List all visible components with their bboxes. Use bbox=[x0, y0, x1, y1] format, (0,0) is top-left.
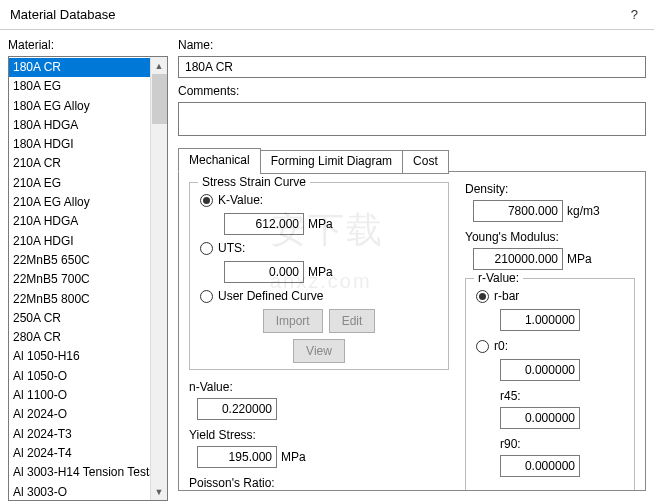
import-button[interactable]: Import bbox=[263, 309, 323, 333]
material-item[interactable]: 280A CR bbox=[9, 328, 150, 347]
material-item[interactable]: 210A EG Alloy bbox=[9, 193, 150, 212]
scrollbar[interactable]: ▲ ▼ bbox=[150, 57, 167, 500]
material-item[interactable]: Al 1100-O bbox=[9, 386, 150, 405]
uts-unit: MPa bbox=[308, 265, 333, 279]
material-item[interactable]: Al 2024-T3 bbox=[9, 425, 150, 444]
material-item[interactable]: Al 3003-H14 Tension Tests bbox=[9, 463, 150, 482]
kvalue-input[interactable] bbox=[224, 213, 304, 235]
kvalue-label: K-Value: bbox=[218, 193, 263, 207]
material-item[interactable]: 210A CR bbox=[9, 154, 150, 173]
material-item[interactable]: 180A HDGA bbox=[9, 116, 150, 135]
kvalue-unit: MPa bbox=[308, 217, 333, 231]
radio-r0[interactable] bbox=[476, 340, 489, 353]
radio-kvalue[interactable] bbox=[200, 194, 213, 207]
yield-label: Yield Stress: bbox=[189, 428, 449, 442]
r45-label: r45: bbox=[500, 389, 624, 403]
material-item[interactable]: 180A CR bbox=[9, 58, 150, 77]
material-item[interactable]: Al 1050-O bbox=[9, 367, 150, 386]
yield-unit: MPa bbox=[281, 450, 306, 464]
user-curve-label: User Defined Curve bbox=[218, 289, 323, 303]
tab-cost[interactable]: Cost bbox=[402, 150, 449, 174]
material-listbox[interactable]: 180A CR180A EG180A EG Alloy180A HDGA180A… bbox=[8, 56, 168, 501]
stress-strain-title: Stress Strain Curve bbox=[198, 175, 310, 189]
material-item[interactable]: Al 2024-O bbox=[9, 405, 150, 424]
titlebar: Material Database ? bbox=[0, 0, 654, 30]
scroll-down-button[interactable]: ▼ bbox=[151, 483, 167, 500]
scroll-up-button[interactable]: ▲ bbox=[151, 57, 167, 74]
rbar-label: r-bar bbox=[494, 289, 519, 303]
view-button[interactable]: View bbox=[293, 339, 345, 363]
material-item[interactable]: 210A HDGA bbox=[9, 212, 150, 231]
material-item[interactable]: 180A EG Alloy bbox=[9, 97, 150, 116]
name-label: Name: bbox=[178, 38, 646, 52]
tab-fld[interactable]: Forming Limit Diagram bbox=[260, 150, 403, 174]
stress-strain-group: Stress Strain Curve K-Value: MPa bbox=[189, 182, 449, 370]
name-input[interactable] bbox=[178, 56, 646, 78]
material-item[interactable]: 250A CR bbox=[9, 309, 150, 328]
nvalue-label: n-Value: bbox=[189, 380, 449, 394]
r45-input[interactable] bbox=[500, 407, 580, 429]
youngs-label: Young's Modulus: bbox=[465, 230, 635, 244]
youngs-unit: MPa bbox=[567, 252, 592, 266]
density-label: Density: bbox=[465, 182, 635, 196]
nvalue-input[interactable] bbox=[197, 398, 277, 420]
help-button[interactable]: ? bbox=[625, 5, 644, 24]
scroll-thumb[interactable] bbox=[152, 74, 167, 124]
uts-label: UTS: bbox=[218, 241, 245, 255]
material-label: Material: bbox=[8, 38, 168, 52]
radio-user-curve[interactable] bbox=[200, 290, 213, 303]
r0-input[interactable] bbox=[500, 359, 580, 381]
edit-button[interactable]: Edit bbox=[329, 309, 376, 333]
r0-label: r0: bbox=[494, 339, 508, 353]
density-unit: kg/m3 bbox=[567, 204, 600, 218]
scroll-track[interactable] bbox=[151, 124, 167, 483]
uts-input[interactable] bbox=[224, 261, 304, 283]
tab-panel-mechanical: Stress Strain Curve K-Value: MPa bbox=[178, 171, 646, 491]
material-item[interactable]: 210A EG bbox=[9, 174, 150, 193]
rbar-input[interactable] bbox=[500, 309, 580, 331]
material-item[interactable]: 22MnB5 700C bbox=[9, 270, 150, 289]
material-item[interactable]: Al 1050-H16 bbox=[9, 347, 150, 366]
comments-label: Comments: bbox=[178, 84, 646, 98]
rvalue-group: r-Value: r-bar r0: bbox=[465, 278, 635, 491]
material-item[interactable]: 22MnB5 650C bbox=[9, 251, 150, 270]
window-title: Material Database bbox=[10, 7, 625, 22]
poisson-label: Poisson's Ratio: bbox=[189, 476, 449, 490]
r90-input[interactable] bbox=[500, 455, 580, 477]
radio-rbar[interactable] bbox=[476, 290, 489, 303]
material-item[interactable]: 180A EG bbox=[9, 77, 150, 96]
yield-input[interactable] bbox=[197, 446, 277, 468]
material-item[interactable]: 22MnB5 800C bbox=[9, 290, 150, 309]
tab-mechanical[interactable]: Mechanical bbox=[178, 148, 261, 172]
material-item[interactable]: Al 3003-O bbox=[9, 483, 150, 500]
radio-uts[interactable] bbox=[200, 242, 213, 255]
material-item[interactable]: Al 2024-T4 bbox=[9, 444, 150, 463]
youngs-input[interactable] bbox=[473, 248, 563, 270]
density-input[interactable] bbox=[473, 200, 563, 222]
material-item[interactable]: 210A HDGI bbox=[9, 232, 150, 251]
material-item[interactable]: 180A HDGI bbox=[9, 135, 150, 154]
rvalue-title: r-Value: bbox=[474, 271, 523, 285]
r90-label: r90: bbox=[500, 437, 624, 451]
comments-input[interactable] bbox=[178, 102, 646, 136]
